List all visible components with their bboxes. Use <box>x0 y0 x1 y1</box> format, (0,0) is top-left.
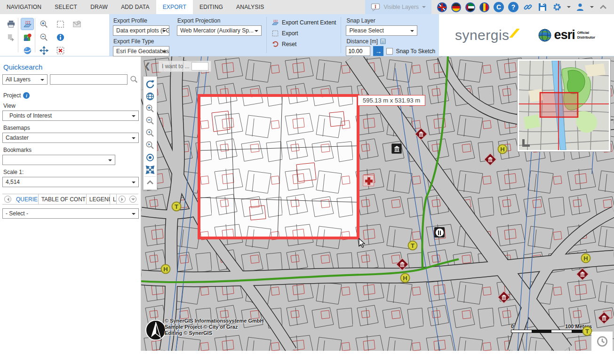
collapse-sidebar-button[interactable]: ❮ <box>144 61 151 71</box>
zoom-in-button[interactable] <box>38 18 50 30</box>
poi-restaurant[interactable] <box>434 227 445 237</box>
main-menu: NAVIGATION SELECT DRAW ADD DATA EXPORT E… <box>0 0 271 14</box>
query-select[interactable]: - Select - <box>2 208 139 219</box>
snap-layer-select[interactable]: Please Select <box>346 25 417 36</box>
north-arrow-compass[interactable] <box>145 319 167 341</box>
export-projection-panel: Export Projection Web Mercator (Auxiliar… <box>173 14 265 56</box>
export-current-extent-button[interactable]: Export Current Extent <box>271 19 336 26</box>
basemaps-select[interactable]: Cadaster <box>2 133 139 143</box>
toolbar-collapse-up-button[interactable] <box>144 176 156 188</box>
export-file-type-label: Export File Type <box>113 38 169 45</box>
menu-editing[interactable]: EDITING <box>193 0 230 14</box>
zoom-next-button[interactable] <box>144 140 156 151</box>
tab-legend[interactable]: LEGEND <box>87 194 110 204</box>
quicksearch-link[interactable]: Quicksearch <box>3 63 138 71</box>
export-profile-select[interactable]: Data export plots (FGDB) <box>113 25 169 36</box>
default-tool-button[interactable] <box>144 152 156 163</box>
earth-view-button[interactable] <box>21 45 33 56</box>
tab-table-of-content[interactable]: TABLE OF CONTENT <box>39 194 87 204</box>
synergis-logo: synergis <box>455 27 518 43</box>
view-select[interactable]: Points of Interest <box>2 111 139 121</box>
poi-h-stop[interactable]: H <box>161 264 171 274</box>
print-button[interactable] <box>5 18 17 30</box>
identify-button[interactable] <box>54 32 66 43</box>
refresh-map-button[interactable] <box>144 79 156 90</box>
i-want-to-widget[interactable]: I want to ... <box>159 61 211 72</box>
reset-button[interactable]: Reset <box>271 40 336 48</box>
time-slider-button[interactable] <box>591 332 613 351</box>
zoom-previous-button[interactable] <box>144 127 156 139</box>
snap-to-sketch-label: Snap To Sketch <box>396 48 435 55</box>
c-badge-button[interactable]: C <box>494 2 504 12</box>
poi-t-stop[interactable]: T <box>408 241 418 251</box>
distance-input[interactable] <box>346 46 370 56</box>
export-rect-icon <box>271 30 279 37</box>
menu-navigation[interactable]: NAVIGATION <box>0 0 48 14</box>
scale-select[interactable]: 4,514 <box>2 177 139 187</box>
map-zoom-out-button[interactable] <box>144 115 156 127</box>
language-romanian-flag-icon[interactable] <box>479 2 489 12</box>
share-map-button[interactable] <box>5 32 17 43</box>
snap-to-sketch-checkbox[interactable] <box>386 48 393 55</box>
language-german-flag-icon[interactable] <box>451 2 461 12</box>
bookmarks-select[interactable] <box>2 155 115 165</box>
apply-distance-button[interactable]: → <box>373 46 383 56</box>
menu-draw[interactable]: DRAW <box>84 0 114 14</box>
user-button[interactable] <box>575 2 585 12</box>
project-info-icon[interactable]: i <box>23 92 30 99</box>
save-button[interactable] <box>537 2 548 12</box>
visible-layers-dropdown[interactable]: Visible Layers <box>365 0 431 14</box>
tab-queries[interactable]: QUERIES <box>13 194 39 204</box>
tabs-scroll-left-button[interactable] <box>4 196 11 203</box>
menu-export[interactable]: EXPORT <box>156 0 193 14</box>
menu-select[interactable]: SELECT <box>48 0 84 14</box>
zoom-out-button[interactable] <box>38 32 50 43</box>
search-icon[interactable] <box>130 75 138 84</box>
quicksearch-input[interactable] <box>50 74 128 85</box>
menu-analysis[interactable]: ANALYSIS <box>230 0 271 14</box>
tabs-expand-button[interactable] <box>129 196 136 203</box>
export-button[interactable]: Export <box>271 30 336 37</box>
i-want-to-input[interactable] <box>191 62 208 71</box>
poi-h-stop[interactable]: H <box>581 253 591 263</box>
layer-filter-select[interactable]: All Layers <box>2 74 48 85</box>
application-window: NAVIGATION SELECT DRAW ADD DATA EXPORT E… <box>0 0 614 364</box>
export-projection-select[interactable]: Web Mercator (Auxiliary Sp... <box>177 25 262 36</box>
project-label: Project <box>3 92 21 99</box>
tabs-scroll-right-button[interactable] <box>119 196 126 203</box>
scalebar-bar <box>511 330 592 333</box>
settings-caret-icon <box>567 6 571 10</box>
export-file-type-select[interactable]: Esri File Geodatabase <box>113 46 169 56</box>
poi-t-stop[interactable]: T <box>582 326 592 336</box>
poi-h-stop[interactable]: H <box>498 144 508 154</box>
sidebar: Quicksearch All Layers Project i View Po… <box>0 56 141 351</box>
overview-map[interactable] <box>517 59 611 152</box>
map-pin-button[interactable] <box>21 32 33 43</box>
export-extent-rectangle[interactable] <box>199 95 358 238</box>
poi-museum-square[interactable] <box>391 143 402 154</box>
clear-selection-button[interactable] <box>54 45 66 56</box>
language-english-flag-icon[interactable] <box>437 2 447 12</box>
calculator-icon[interactable] <box>380 38 386 45</box>
pan-button[interactable] <box>38 45 50 56</box>
export-plot-button[interactable] <box>21 18 33 30</box>
snap-layer-label: Snap Layer <box>346 17 435 24</box>
language-arabic-flag-icon[interactable] <box>465 2 475 12</box>
full-extent-button[interactable] <box>144 164 156 175</box>
menu-add-data[interactable]: ADD DATA <box>114 0 156 14</box>
map-viewport[interactable]: ❮ I want to ... 595.13 m x 531.93 m HTTH… <box>141 56 614 351</box>
select-rectangle-button[interactable] <box>54 18 66 30</box>
share-link-button[interactable] <box>523 2 533 12</box>
settings-button[interactable] <box>552 2 562 12</box>
send-mail-button[interactable] <box>71 18 83 30</box>
basemaps-label: Basemaps <box>3 125 138 131</box>
collapse-toolbar-button[interactable] <box>598 2 608 12</box>
map-zoom-in-button[interactable] <box>144 103 156 114</box>
poi-t-stop[interactable]: T <box>172 202 182 212</box>
poi-pharmacy[interactable] <box>363 175 374 186</box>
full-extent-globe-button[interactable] <box>144 91 156 102</box>
help-button[interactable]: ? <box>508 2 518 12</box>
poi-h-stop[interactable]: H <box>400 273 410 283</box>
overview-collapse-icon[interactable] <box>521 138 531 148</box>
tab-truncated[interactable]: L <box>110 194 117 204</box>
